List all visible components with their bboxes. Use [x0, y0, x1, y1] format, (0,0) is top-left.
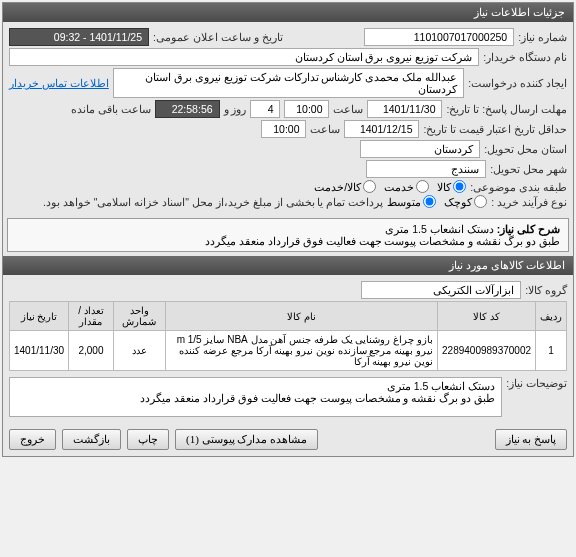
deadline-label: مهلت ارسال پاسخ: تا تاریخ:	[446, 103, 567, 115]
cell-row: 1	[536, 331, 567, 371]
attachments-button[interactable]: مشاهده مدارک پیوستی (1)	[175, 429, 318, 450]
buyer-value: شرکت توزیع نیروی برق استان کردستان	[9, 48, 479, 66]
th-code: کد کالا	[438, 302, 536, 331]
cell-date: 1401/11/30	[10, 331, 69, 371]
radio-mid[interactable]: متوسط	[387, 195, 436, 208]
print-button[interactable]: چاپ	[127, 429, 169, 450]
th-date: تاریخ نیاز	[10, 302, 69, 331]
valid-date: 1401/12/15	[344, 120, 419, 138]
goods-table: ردیف کد کالا نام کالا واحد شمارش تعداد /…	[9, 301, 567, 371]
main-panel: جزئیات اطلاعات نیاز شماره نیاز: 11010070…	[2, 2, 574, 457]
city-value: سنندج	[366, 160, 486, 178]
th-unit: واحد شمارش	[113, 302, 165, 331]
deadline-date: 1401/11/30	[367, 100, 442, 118]
notes-box: دستک انشعاب 1.5 متری طبق دو برگ نقشه و م…	[9, 377, 502, 417]
th-row: ردیف	[536, 302, 567, 331]
radio-kala[interactable]: کالا	[437, 180, 466, 193]
days-label: روز و	[224, 103, 247, 115]
creator-value: عبدالله ملک محمدی کارشناس تدارکات شرکت ت…	[113, 68, 464, 98]
process-radios: کوچک متوسط	[387, 195, 487, 208]
goods-section-title: اطلاعات کالاهای مورد نیاز	[3, 256, 573, 275]
province-value: کردستان	[360, 140, 480, 158]
city-label: شهر محل تحویل:	[490, 163, 567, 175]
remain-label: ساعت باقی مانده	[71, 103, 151, 115]
announce-label: تاریخ و ساعت اعلان عمومی:	[153, 31, 283, 43]
th-name: نام کالا	[165, 302, 437, 331]
contact-link[interactable]: اطلاعات تماس خریدار	[9, 77, 109, 89]
time-label-2: ساعت	[310, 123, 340, 135]
footer-buttons: خروج بازگشت چاپ مشاهده مدارک پیوستی (1) …	[3, 423, 573, 456]
buyer-label: نام دستگاه خریدار:	[483, 51, 567, 63]
category-label: طبقه بندی موضوعی:	[470, 181, 567, 193]
summary-line2: طبق دو برگ نقشه و مشخصات پیوست جهت فعالی…	[16, 235, 560, 247]
radio-khadamat[interactable]: خدمت	[384, 180, 429, 193]
process-label: نوع فرآیند خرید :	[491, 196, 567, 208]
deadline-time: 10:00	[284, 100, 329, 118]
need-no-label: شماره نیاز:	[518, 31, 567, 43]
valid-time: 10:00	[261, 120, 306, 138]
province-label: استان محل تحویل:	[484, 143, 567, 155]
reply-button[interactable]: پاسخ به نیاز	[495, 429, 568, 450]
notes-label: توضیحات نیاز:	[506, 377, 567, 389]
panel-body: شماره نیاز: 1101007017000250 تاریخ و ساع…	[3, 22, 573, 214]
radio-small[interactable]: کوچک	[444, 195, 487, 208]
cell-code: 2289400989370002	[438, 331, 536, 371]
cell-qty: 2,000	[69, 331, 114, 371]
notes-line2: طبق دو برگ نقشه و مشخصات پیوست جهت فعالی…	[140, 392, 495, 404]
need-no-value: 1101007017000250	[364, 28, 514, 46]
table-row[interactable]: 1 2289400989370002 بازو چراغ روشنایی یک …	[10, 331, 567, 371]
announce-value: 1401/11/25 - 09:32	[9, 28, 149, 46]
cell-unit: عدد	[113, 331, 165, 371]
group-value: ابزارآلات الکتریکی	[361, 281, 521, 299]
days-count: 4	[250, 100, 280, 118]
time-label-1: ساعت	[333, 103, 363, 115]
countdown: 22:58:56	[155, 100, 220, 118]
summary-box: شرح کلی نیاز: دستک انشعاب 1.5 متری طبق د…	[7, 218, 569, 252]
radio-both[interactable]: کالا/خدمت	[314, 180, 376, 193]
category-radios: کالا خدمت کالا/خدمت	[314, 180, 466, 193]
creator-label: ایجاد کننده درخواست:	[468, 77, 567, 89]
panel-title: جزئیات اطلاعات نیاز	[3, 3, 573, 22]
valid-label: حداقل تاریخ اعتبار قیمت تا تاریخ:	[423, 123, 567, 135]
summary-line1: دستک انشعاب 1.5 متری	[385, 223, 493, 235]
back-button[interactable]: بازگشت	[62, 429, 121, 450]
process-note: پرداخت تمام یا بخشی از مبلغ خرید،از محل …	[9, 196, 383, 208]
th-qty: تعداد / مقدار	[69, 302, 114, 331]
group-label: گروه کالا:	[525, 284, 567, 296]
summary-title: شرح کلی نیاز:	[497, 223, 560, 235]
exit-button[interactable]: خروج	[9, 429, 56, 450]
notes-line1: دستک انشعاب 1.5 متری	[387, 380, 495, 392]
cell-name: بازو چراغ روشنایی یک طرفه جنس آهن مدل NB…	[165, 331, 437, 371]
table-header-row: ردیف کد کالا نام کالا واحد شمارش تعداد /…	[10, 302, 567, 331]
